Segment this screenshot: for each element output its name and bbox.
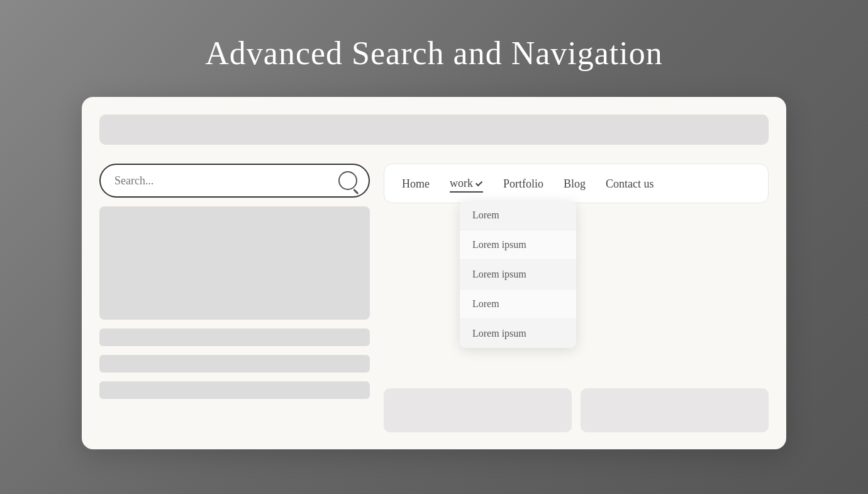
- text-skeleton-1: [99, 328, 370, 346]
- nav-item-blog[interactable]: Blog: [564, 177, 586, 192]
- right-panel: Home work Portfolio Blog Contact us Lore…: [384, 164, 769, 432]
- text-skeleton-3: [99, 381, 370, 399]
- page-wrapper: Advanced Search and Navigation: [0, 0, 868, 494]
- search-button[interactable]: [336, 169, 360, 193]
- right-large-area: [384, 388, 769, 432]
- left-panel: [99, 164, 370, 432]
- work-dropdown: Lorem Lorem ipsum Lorem ipsum Lorem Lore…: [460, 201, 576, 348]
- image-skeleton: [99, 206, 370, 320]
- nav-menu: Home work Portfolio Blog Contact us: [402, 177, 750, 203]
- chevron-down-icon: [476, 179, 482, 186]
- nav-card: Home work Portfolio Blog Contact us Lore…: [384, 164, 769, 203]
- nav-item-home[interactable]: Home: [402, 177, 430, 192]
- nav-work-label: work: [450, 177, 473, 190]
- right-placeholder-2: [581, 388, 769, 432]
- page-title: Advanced Search and Navigation: [205, 35, 662, 72]
- ui-card: Home work Portfolio Blog Contact us Lore…: [82, 97, 786, 449]
- main-content: Home work Portfolio Blog Contact us Lore…: [99, 164, 769, 432]
- dropdown-item-1[interactable]: Lorem: [460, 201, 576, 230]
- search-input[interactable]: [114, 174, 330, 188]
- dropdown-item-5[interactable]: Lorem ipsum: [460, 319, 576, 348]
- right-placeholder-1: [384, 388, 572, 432]
- dropdown-item-2[interactable]: Lorem ipsum: [460, 230, 576, 260]
- search-bar: [99, 164, 370, 198]
- top-bar-skeleton: [99, 115, 769, 145]
- dropdown-item-3[interactable]: Lorem ipsum: [460, 260, 576, 289]
- dropdown-item-4[interactable]: Lorem: [460, 289, 576, 319]
- text-skeleton-2: [99, 355, 370, 373]
- nav-item-contact[interactable]: Contact us: [606, 177, 654, 192]
- search-icon: [338, 171, 357, 190]
- nav-item-work[interactable]: work: [450, 177, 483, 193]
- nav-item-portfolio[interactable]: Portfolio: [503, 177, 543, 192]
